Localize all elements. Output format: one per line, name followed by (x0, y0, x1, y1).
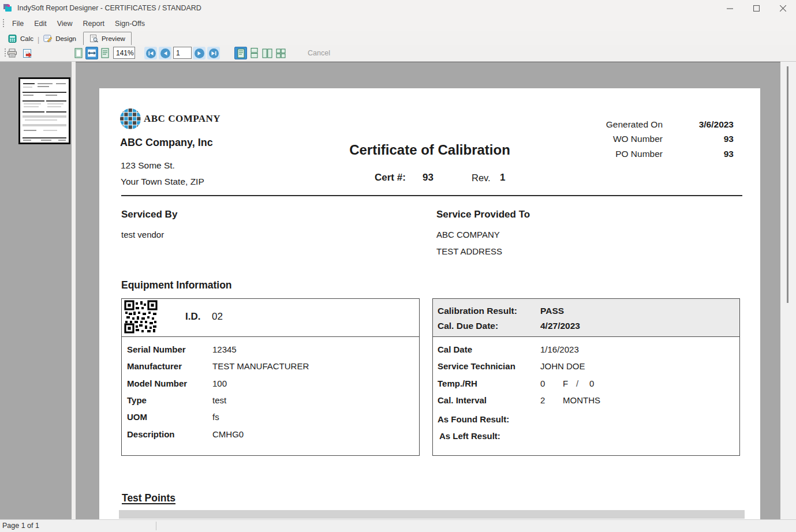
wo-number-label: WO Number (507, 134, 663, 144)
calculator-icon (8, 35, 17, 43)
generated-on-value: 3/6/2023 (663, 119, 734, 130)
wo-number-value: 93 (663, 134, 734, 144)
service-technician-label: Service Technician (438, 361, 540, 371)
zoom-page-width-button[interactable] (85, 47, 98, 59)
app-logo-icon (3, 3, 13, 13)
vertical-scrollbar[interactable] (780, 62, 796, 519)
cal-date-value: 1/16/2023 (540, 344, 579, 354)
equipment-row-serial-number: Serial Number 12345 (122, 341, 419, 358)
previous-page-button[interactable] (159, 47, 171, 59)
menu-file[interactable]: File (7, 16, 29, 31)
tab-calc[interactable]: Calc (5, 32, 37, 45)
cert-number-label: Cert #: (375, 172, 406, 183)
po-number-label: PO Number (507, 149, 663, 159)
menu-view[interactable]: View (52, 16, 78, 31)
calibration-result-box: Calibration Result: PASS Cal. Due Date: … (432, 298, 740, 456)
tab-bar: Calc | Design Preview (0, 31, 796, 45)
calibration-result-label: Calibration Result: (438, 306, 540, 316)
status-bar-separator (156, 522, 156, 530)
meta-row-generated-on: Generated On 3/6/2023 (507, 117, 734, 132)
serviced-by-heading: Serviced By (121, 209, 177, 220)
panel-splitter[interactable] (72, 62, 76, 519)
temp-unit: F (563, 379, 576, 388)
minimize-icon[interactable] (716, 0, 743, 16)
print-button[interactable] (6, 47, 18, 59)
facing-pages-view-button[interactable] (261, 47, 274, 59)
company-globe-logo-icon (119, 108, 141, 130)
cal-interval-unit: MONTHS (563, 395, 600, 405)
last-page-button[interactable] (207, 47, 220, 59)
printer-icon (7, 48, 17, 58)
tab-calc-label: Calc (20, 35, 33, 42)
po-number-value: 93 (663, 149, 734, 159)
revision-value: 1 (500, 172, 505, 183)
equipment-id-value: 02 (212, 311, 223, 323)
tab-preview-label: Preview (102, 35, 125, 42)
first-page-button[interactable] (144, 47, 157, 59)
equipment-row-manufacturer: Manufacturer TEST MANUFACTURER (122, 358, 419, 374)
first-page-icon (148, 51, 154, 56)
description-value: CMHG0 (212, 429, 244, 439)
zoom-level-input[interactable] (113, 47, 135, 59)
tab-preview[interactable]: Preview (83, 32, 132, 45)
scrollbar-thumb[interactable] (787, 66, 788, 303)
menubar-grip[interactable] (2, 19, 5, 28)
maximize-icon[interactable] (743, 0, 769, 16)
equipment-information-heading: Equipment Information (121, 279, 232, 291)
window-title: IndySoft Report Designer - CERTIFICATES … (17, 4, 201, 12)
zoom-100-button[interactable] (99, 47, 111, 59)
cert-number-value: 93 (423, 172, 433, 183)
next-page-icon (197, 51, 201, 56)
single-page-view-icon (237, 48, 245, 58)
multiple-pages-view-icon (276, 48, 286, 58)
serial-number-value: 12345 (212, 344, 237, 354)
preview-toolbar: Cancel (0, 45, 796, 62)
close-icon[interactable] (769, 0, 796, 16)
page-thumbnail[interactable] (18, 77, 70, 144)
cal-due-date-label: Cal. Due Date: (438, 321, 540, 331)
multiple-pages-view-button[interactable] (274, 47, 287, 59)
continuous-view-button[interactable] (248, 47, 260, 59)
service-provided-to-line1: ABC COMPANY (436, 230, 500, 239)
header-divider (121, 195, 742, 196)
single-page-view-button[interactable] (234, 47, 247, 59)
page-indicator: Page 1 of 1 (2, 522, 39, 530)
type-label: Type (127, 395, 212, 405)
next-page-button[interactable] (193, 47, 205, 59)
page-width-icon (87, 48, 96, 58)
previous-page-icon (163, 51, 167, 56)
preview-content: ABC COMPANY ABC Company, Inc 123 Some St… (0, 62, 796, 519)
as-left-result-label: As Left Result: (433, 428, 739, 444)
cancel-button[interactable]: Cancel (308, 47, 330, 59)
zoom-whole-page-button[interactable] (72, 47, 85, 59)
temp-rh-label: Temp./RH (438, 379, 540, 388)
description-label: Description (127, 429, 212, 439)
company-logo-text: ABC COMPANY (144, 113, 221, 125)
menu-edit[interactable]: Edit (29, 16, 52, 31)
manufacturer-value: TEST MANUFACTURER (212, 361, 309, 371)
menu-bar: File Edit View Report Sign-Offs (0, 16, 796, 31)
export-button[interactable] (21, 47, 33, 59)
page-number-input[interactable] (173, 47, 192, 59)
menu-report[interactable]: Report (78, 16, 110, 31)
equipment-id-label: I.D. (185, 311, 200, 323)
generated-on-label: Generated On (507, 119, 663, 130)
menu-sign-offs[interactable]: Sign-Offs (110, 16, 150, 31)
manufacturer-label: Manufacturer (127, 361, 212, 371)
tab-design[interactable]: Design (40, 32, 80, 45)
app-window: IndySoft Report Designer - CERTIFICATES … (0, 0, 796, 532)
preview-icon (89, 35, 99, 43)
uom-value: fs (212, 412, 219, 422)
meta-row-po-number: PO Number 93 (507, 147, 734, 162)
equipment-rows: Serial Number 12345 Manufacturer TEST MA… (122, 337, 419, 443)
last-page-icon (211, 51, 216, 56)
cal-interval-row: Cal. Interval 2 MONTHS (433, 392, 739, 409)
temp-rh-row: Temp./RH 0 F / 0 (433, 375, 739, 392)
serial-number-label: Serial Number (127, 344, 212, 354)
service-provided-to-heading: Service Provided To (436, 209, 530, 220)
calibration-result-header: Calibration Result: PASS Cal. Due Date: … (433, 299, 739, 337)
company-address-line1: 123 Some St. (121, 160, 175, 171)
meta-row-wo-number: WO Number 93 (507, 132, 734, 147)
cal-date-row: Cal Date 1/16/2023 (433, 341, 739, 358)
equipment-row-description: Description CMHG0 (122, 425, 419, 442)
